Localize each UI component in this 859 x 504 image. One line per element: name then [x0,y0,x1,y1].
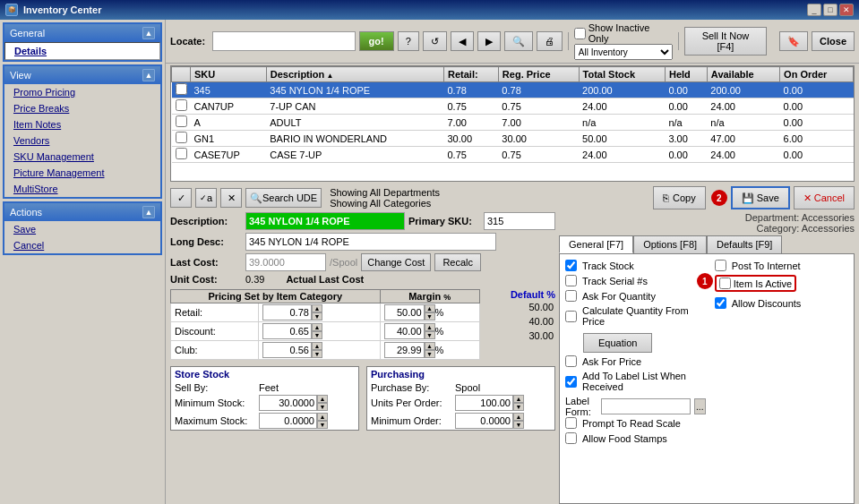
calc-quantity-checkbox[interactable] [565,311,577,322]
spin-up-margin-discount[interactable]: ▲ [425,323,435,331]
spin-up-max-stock[interactable]: ▲ [317,413,328,421]
item-is-active-checkbox[interactable] [719,278,731,289]
sidebar-item-save[interactable]: Save [4,221,160,237]
discount-price-input[interactable] [262,323,312,339]
minimize-button[interactable]: _ [807,4,821,16]
spin-up-min-order[interactable]: ▲ [513,413,524,421]
spin-up-discount[interactable]: ▲ [312,323,322,331]
spin-up-min-stock[interactable]: ▲ [317,395,328,403]
tab-defaults[interactable]: Defaults [F9] [707,235,782,253]
track-serial-checkbox[interactable] [565,275,577,286]
spin-down-max-stock[interactable]: ▼ [317,421,328,429]
ask-price-checkbox[interactable] [565,355,577,367]
row-checkbox[interactable] [176,132,187,143]
spin-up-units[interactable]: ▲ [513,395,524,403]
row-checkbox[interactable] [176,99,187,111]
margin-retail-input[interactable] [384,304,425,320]
sell-now-button[interactable]: Sell It Now [F4] [684,27,767,56]
sidebar-item-price-breaks[interactable]: Price Breaks [4,100,160,116]
spin-up-margin-club[interactable]: ▲ [425,342,435,350]
spin-down-units[interactable]: ▼ [513,403,524,411]
go-button[interactable]: go! [359,31,394,51]
primary-sku-input[interactable] [484,212,555,230]
show-inactive-checkbox-row[interactable]: Show Inactive Only [574,22,673,44]
bookmark-button[interactable]: 🔖 [779,31,808,51]
close-window-button[interactable]: ✕ [839,4,854,16]
inventory-filter-select[interactable]: All Inventory [574,44,673,60]
help-button[interactable]: ? [398,31,419,51]
spin-up-margin-retail[interactable]: ▲ [425,304,435,312]
copy-button[interactable]: ⎘ Copy [653,186,706,209]
collapse-general-button[interactable]: ▲ [142,27,155,39]
margin-discount-input[interactable] [384,323,425,339]
cancel-button[interactable]: ✕ Cancel [794,186,855,209]
col-sku[interactable]: SKU [191,67,267,82]
col-retail[interactable]: Retail: [443,67,498,82]
prompt-scale-checkbox[interactable] [565,417,577,429]
allow-discounts-checkbox[interactable] [715,297,726,309]
spin-down-retail[interactable]: ▼ [312,312,322,320]
collapse-view-button[interactable]: ▲ [142,69,155,81]
table-row[interactable]: GN1 BARIO IN WONDERLAND 30.00 30.00 50.0… [172,131,854,147]
table-row[interactable]: 345 345 NYLON 1/4 ROPE 0.78 0.78 200.00 … [172,82,854,98]
col-on-order[interactable]: On Order [780,67,854,82]
spin-down-margin-discount[interactable]: ▼ [425,331,435,339]
description-input[interactable] [245,212,405,230]
track-stock-checkbox[interactable] [565,260,577,271]
spin-down-discount[interactable]: ▼ [312,331,322,339]
sidebar-item-item-notes[interactable]: Item Notes [4,116,160,132]
table-row[interactable]: CAN7UP 7-UP CAN 0.75 0.75 24.00 0.00 24.… [172,98,854,115]
col-reg-price[interactable]: Reg. Price [498,67,579,82]
spin-down-club[interactable]: ▼ [312,350,322,358]
refresh-button[interactable]: ↺ [423,31,447,51]
equation-button[interactable]: Equation [583,333,652,353]
checkmark-button[interactable]: ✓ [170,188,192,208]
label-form-browse-button[interactable]: ... [694,398,706,414]
collapse-actions-button[interactable]: ▲ [142,206,155,218]
inventory-table-scroll[interactable]: SKU Description Retail: Reg. Price Total… [171,66,854,169]
ask-quantity-checkbox[interactable] [565,290,577,302]
allow-food-stamps-checkbox[interactable] [565,432,577,444]
spin-down-min-stock[interactable]: ▼ [317,403,328,411]
minimum-stock-input[interactable] [259,395,317,411]
col-available[interactable]: Available [707,67,779,82]
spin-down-margin-retail[interactable]: ▼ [425,312,435,320]
maximum-stock-input[interactable] [259,413,317,429]
last-cost-input[interactable] [245,253,326,271]
sidebar-item-details[interactable]: Details [4,42,160,60]
sidebar-item-multistore[interactable]: MultiStore [4,181,160,197]
col-description[interactable]: Description [266,67,443,82]
search-ude-button[interactable]: 🔍 Search UDE [245,188,322,208]
long-desc-input[interactable] [245,233,496,251]
table-row[interactable]: CASE7UP CASE 7-UP 0.75 0.75 24.00 0.00 2… [172,147,854,163]
add-label-checkbox[interactable] [565,376,577,388]
sidebar-item-sku-management[interactable]: SKU Management [4,149,160,165]
margin-club-input[interactable] [384,342,425,358]
print-button[interactable]: 🖨 [537,31,563,51]
show-inactive-checkbox[interactable] [574,28,586,39]
table-row[interactable]: A ADULT 7.00 7.00 n/a n/a n/a 0.00 [172,115,854,131]
tab-options[interactable]: Options [F8] [633,235,707,253]
spin-down-margin-club[interactable]: ▼ [425,350,435,358]
club-price-input[interactable] [262,342,312,358]
sidebar-actions-header[interactable]: Actions ▲ [4,203,160,221]
search-button[interactable]: 🔍 [504,31,533,51]
close-button[interactable]: Close [812,31,855,51]
row-checkbox[interactable] [176,115,187,127]
spin-up-retail[interactable]: ▲ [312,304,322,312]
tab-general[interactable]: General [F7] [559,235,633,253]
row-checkbox[interactable] [176,83,187,95]
checkmark-alt-button[interactable]: ✓a [195,188,217,208]
post-internet-checkbox[interactable] [715,260,726,271]
label-form-input[interactable] [601,398,691,414]
row-checkbox[interactable] [176,148,187,159]
delete-button[interactable]: ✕ [220,188,242,208]
col-total-stock[interactable]: Total Stock [579,67,665,82]
units-per-order-input[interactable] [455,395,513,411]
change-cost-button[interactable]: Change Cost [361,253,431,271]
minimum-order-input[interactable] [455,413,513,429]
save-button[interactable]: 💾 Save [731,186,790,209]
forward-button[interactable]: ▶ [477,31,501,51]
maximize-button[interactable]: □ [823,4,838,16]
back-button[interactable]: ◀ [451,31,474,51]
